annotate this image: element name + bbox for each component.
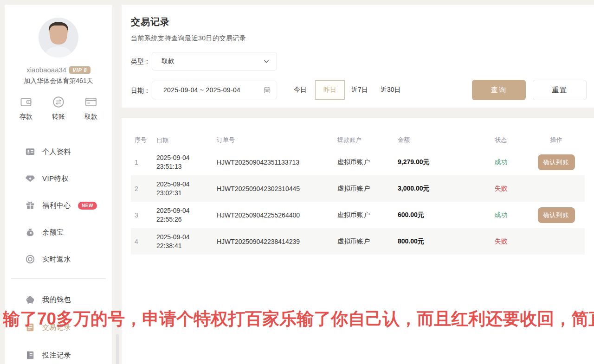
quick-actions: 存款 转账 取款 (5, 96, 112, 121)
col-header-no: 序号 (131, 136, 156, 144)
cell-date-time: 22:55:26 (156, 215, 217, 224)
sidebar-item-welfare-label: 福利中心 (42, 201, 71, 210)
col-header-date: 日期 (156, 136, 217, 145)
transfer-label: 转账 (52, 113, 65, 121)
deposit-button[interactable]: 存款 (19, 96, 32, 121)
preset-today-button[interactable]: 今日 (285, 80, 315, 100)
avatar[interactable] (39, 18, 78, 57)
deposit-label: 存款 (19, 113, 32, 121)
scrollbar-thumb[interactable] (116, 334, 119, 364)
cell-date-time: 23:51:13 (156, 162, 217, 171)
calendar-icon (263, 86, 271, 94)
reset-button[interactable]: 重置 (533, 80, 587, 100)
type-select[interactable]: 取款 (152, 52, 277, 70)
table-row: 4 2025-09-04 22:38:41 HJWT20250904223841… (131, 228, 585, 255)
bank-card-icon (84, 96, 97, 109)
cell-account: 虚拟币账户 (337, 237, 398, 246)
bet-record-icon (25, 350, 35, 360)
sidebar-item-yuebao-label: 余额宝 (42, 228, 64, 237)
sidebar-item-profile-label: 个人资料 (42, 147, 71, 156)
cell-date-day: 2025-09-04 (156, 233, 217, 242)
page-subtitle: 当前系统支持查询最近30日的交易记录 (131, 34, 246, 43)
cell-no: 2 (131, 185, 156, 192)
sidebar-item-yuebao[interactable]: 余额宝 (5, 219, 112, 246)
table-row: 2 2025-09-04 23:02:31 HJWT20250904230231… (131, 175, 585, 202)
cell-amount: 9,279.00元 (398, 158, 474, 166)
status-badge: 失败 (474, 185, 528, 193)
sidebar-item-rebate[interactable]: 实时返水 (5, 246, 112, 273)
col-header-amount: 金额 (398, 136, 474, 144)
sidebar-item-welfare[interactable]: 福利中心 NEW (5, 192, 112, 219)
cell-amount: 600.00元 (398, 211, 474, 219)
cell-date: 2025-09-04 22:38:41 (156, 233, 217, 250)
cell-action: 确认到账 (528, 207, 585, 223)
status-badge: 失败 (474, 237, 528, 246)
cell-no: 1 (131, 159, 156, 166)
cell-date-day: 2025-09-04 (156, 180, 217, 189)
sidebar-menu-top: 个人资料 VIP特权 福利中心 NEW (5, 138, 112, 273)
confirm-received-button[interactable]: 确认到账 (538, 207, 575, 223)
transfer-icon (52, 96, 65, 109)
wallet-icon (19, 96, 32, 109)
cell-amount: 3,000.00元 (398, 185, 474, 193)
query-button[interactable]: 查询 (472, 80, 526, 100)
cell-action: 确认到账 (528, 154, 585, 170)
cell-date-time: 22:38:41 (156, 242, 217, 250)
sidebar-item-bets[interactable]: 投注记录 (5, 341, 112, 364)
table-header-row: 序号 日期 订单号 提款账户 金额 状态 操作 (131, 131, 585, 149)
col-header-order: 订单号 (217, 136, 337, 144)
cell-date: 2025-09-04 23:51:13 (156, 153, 217, 171)
preset-yesterday-button[interactable]: 昨日 (315, 80, 345, 100)
preset-7days-button[interactable]: 近7日 (345, 80, 374, 100)
cell-order: HJWT202509042255264400 (217, 211, 337, 219)
date-range-input[interactable]: 2025-09-04 ~ 2025-09-04 (152, 81, 277, 99)
transfer-button[interactable]: 转账 (52, 96, 65, 121)
sidebar-divider (11, 278, 106, 279)
col-header-status: 状态 (474, 136, 528, 144)
withdraw-button[interactable]: 取款 (84, 96, 97, 121)
type-label: 类型： (131, 57, 150, 66)
cell-amount: 800.00元 (398, 237, 474, 246)
status-badge: 成功 (474, 158, 528, 166)
cell-account: 虚拟币账户 (337, 185, 398, 193)
cell-date-time: 23:02:31 (156, 189, 217, 198)
sidebar-item-bets-label: 投注记录 (42, 351, 71, 360)
status-badge: 成功 (474, 211, 528, 219)
cell-no: 3 (131, 211, 156, 219)
table-row: 1 2025-09-04 23:51:13 HJWT20250904235113… (131, 149, 585, 175)
new-badge: NEW (78, 202, 97, 210)
vip-badge: VIP 8 (69, 66, 90, 74)
cell-no: 4 (131, 238, 156, 245)
gem-icon (25, 173, 35, 184)
cell-date-day: 2025-09-04 (156, 153, 217, 162)
sidebar-item-wallet-label: 我的钱包 (42, 295, 71, 304)
table-row: 3 2025-09-04 22:55:26 HJWT20250904225526… (131, 202, 585, 228)
chevron-down-icon (263, 57, 270, 65)
date-label: 日期： (131, 87, 150, 95)
username: xiaobaoaa34 (26, 66, 66, 74)
avatar-photo-placeholder (39, 18, 78, 57)
cell-order: HJWT202509042351133713 (217, 159, 337, 166)
gift-icon (25, 200, 35, 211)
money-pouch-icon (25, 227, 35, 237)
preset-30days-button[interactable]: 近30日 (374, 80, 407, 100)
cell-date: 2025-09-04 22:55:26 (156, 206, 217, 224)
date-presets: 今日 昨日 近7日 近30日 (285, 80, 407, 100)
cell-order: HJWT202509042302310445 (217, 185, 337, 192)
page-title: 交易记录 (131, 16, 170, 28)
records-table: 序号 日期 订单号 提款账户 金额 状态 操作 1 2025-09-04 23:… (131, 131, 585, 255)
cell-account: 虚拟币账户 (337, 211, 398, 219)
sidebar-item-profile[interactable]: 个人资料 (5, 138, 112, 165)
col-header-action: 操作 (528, 136, 585, 144)
id-card-icon (25, 147, 35, 157)
sidebar-item-vip[interactable]: VIP特权 (5, 165, 112, 192)
filter-panel: 交易记录 当前系统支持查询最近30日的交易记录 类型： 取款 日期： 2025-… (122, 5, 594, 108)
col-header-account: 提款账户 (337, 136, 398, 144)
rebate-icon (25, 254, 35, 264)
type-select-value: 取款 (161, 57, 263, 65)
sidebar-item-rebate-label: 实时返水 (42, 255, 71, 264)
withdraw-label: 取款 (84, 113, 97, 121)
confirm-received-button[interactable]: 确认到账 (538, 154, 575, 170)
piggy-bank-icon (25, 294, 35, 305)
join-days-text: 加入华体会体育第461天 (5, 77, 112, 85)
